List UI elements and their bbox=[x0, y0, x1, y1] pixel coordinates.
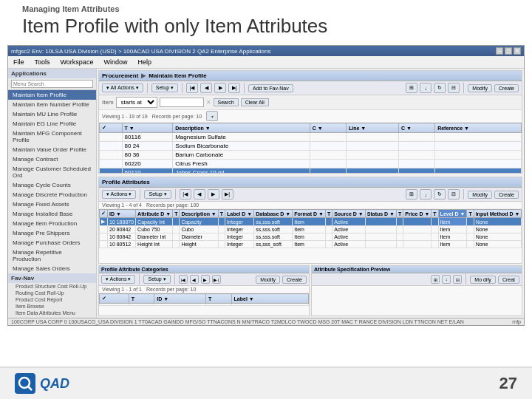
pcol-t5[interactable]: T bbox=[432, 210, 438, 218]
search-button[interactable]: Search bbox=[214, 98, 239, 106]
setup-button[interactable]: Setup ▾ bbox=[151, 83, 178, 92]
menu-help[interactable]: Help bbox=[135, 58, 154, 66]
nav-item-manage-cycle[interactable]: Manage Cycle Counts bbox=[8, 180, 96, 190]
cat-last-icon[interactable]: ▶| bbox=[212, 275, 221, 284]
table-row[interactable]: 80 36Barium Carbonate bbox=[100, 151, 522, 160]
pcol-id[interactable]: ID ▼ bbox=[108, 210, 136, 218]
cat-prev-icon[interactable]: ◀ bbox=[190, 275, 199, 284]
cat-t[interactable]: T bbox=[129, 294, 154, 304]
nav-fav-routing[interactable]: Routing Cost Roll-Up bbox=[8, 290, 96, 296]
profile-create-btn[interactable]: Create bbox=[494, 191, 519, 199]
spec-filter-icon[interactable]: ⊟ bbox=[453, 275, 462, 284]
profile-last-icon[interactable]: ▶| bbox=[222, 189, 233, 200]
col-item[interactable]: T ▼ bbox=[122, 123, 173, 133]
col-line[interactable]: Line ▼ bbox=[346, 123, 398, 133]
menu-tools[interactable]: Tools bbox=[33, 58, 52, 66]
nav-item-manage-item-prod[interactable]: Manage Item Production bbox=[8, 219, 96, 228]
cat-next-icon[interactable]: ▶ bbox=[201, 275, 210, 284]
pcol-source[interactable]: Source D ▼ bbox=[332, 210, 366, 218]
nav-item-manage-pre[interactable]: Manage Pre Shippers bbox=[8, 228, 96, 238]
minimize-button[interactable]: ─ bbox=[496, 47, 503, 55]
close-button[interactable]: ✕ bbox=[514, 47, 521, 55]
profile-actions-btn[interactable]: ▾ Actions ▾ bbox=[102, 190, 136, 199]
col-check[interactable]: ✓ bbox=[100, 123, 123, 133]
spec-columns-icon[interactable]: ⊞ bbox=[431, 275, 440, 284]
profile-export-icon[interactable]: ↓ bbox=[420, 189, 432, 200]
profile-refresh-icon[interactable]: ↻ bbox=[434, 189, 446, 200]
profile-filter-icon[interactable]: ⊟ bbox=[448, 189, 460, 200]
table-row[interactable]: 80116Magnesium Sulfate bbox=[100, 133, 522, 142]
cat-row[interactable] bbox=[100, 304, 309, 306]
pcol-db[interactable]: Database D ▼ bbox=[254, 210, 293, 218]
profile-prev-icon[interactable]: ◀ bbox=[194, 189, 205, 200]
pcol-t3[interactable]: T bbox=[325, 210, 332, 218]
nav-item-manage-sales[interactable]: Manage Sales Orders bbox=[8, 264, 96, 273]
pcol-status[interactable]: Status D ▼ bbox=[365, 210, 396, 218]
menu-file[interactable]: File bbox=[11, 58, 27, 66]
menu-workspace[interactable]: Workspace bbox=[58, 58, 96, 66]
refresh-icon[interactable]: ↻ bbox=[434, 83, 446, 93]
maximize-button[interactable]: □ bbox=[505, 47, 512, 55]
columns-icon[interactable]: ⊞ bbox=[406, 83, 417, 93]
create-button[interactable]: Create bbox=[494, 84, 519, 92]
profile-row-2[interactable]: 20 80842Cubo 750CuboIntegerss,sss.softIt… bbox=[100, 226, 522, 233]
cat-actions-btn[interactable]: ▾ Actions ▾ bbox=[101, 275, 135, 284]
pcol-label[interactable]: Label D ▼ bbox=[225, 210, 254, 218]
col-c2[interactable]: C ▼ bbox=[399, 123, 435, 133]
profile-modify-btn[interactable]: Modify bbox=[468, 191, 492, 199]
cat-label-col[interactable]: Label ▼ bbox=[231, 294, 308, 304]
search-operator[interactable]: starts at equals contains bbox=[116, 97, 157, 108]
nav-last-icon[interactable]: ▶| bbox=[228, 83, 240, 93]
filter-icon[interactable]: ⊟ bbox=[448, 83, 460, 93]
pcol-t2[interactable]: T bbox=[218, 210, 225, 218]
col-c[interactable]: C ▼ bbox=[310, 123, 346, 133]
cat-setup-btn[interactable]: Setup ▾ bbox=[143, 275, 170, 284]
add-fav-button[interactable]: Add to Fav-Nav bbox=[248, 84, 293, 92]
menu-search-input[interactable] bbox=[11, 80, 93, 88]
cat-create-btn[interactable]: Create bbox=[282, 276, 307, 284]
nav-item-manage-repetitive[interactable]: Manage Repetitive Production bbox=[8, 248, 96, 264]
export-icon[interactable]: ↓ bbox=[420, 83, 432, 93]
nav-item-manage-customer[interactable]: Manage Customer Scheduled Ord bbox=[8, 164, 96, 180]
table-row-selected[interactable]: 60110Johns Cross 10 ml bbox=[100, 168, 522, 174]
pcol-input[interactable]: Input Method D ▼ bbox=[474, 210, 522, 218]
table-row[interactable]: 80 24Sodium Bicarbonate bbox=[100, 142, 522, 151]
cat-first-icon[interactable]: |◀ bbox=[179, 275, 188, 284]
modify-button[interactable]: Modify bbox=[468, 84, 492, 92]
pcol-check[interactable]: ✓ bbox=[100, 210, 108, 218]
nav-item-manage-purchase[interactable]: Manage Purchase Orders bbox=[8, 238, 96, 248]
clear-x-icon[interactable]: ✕ bbox=[206, 99, 211, 106]
table-row[interactable]: 60220Citrus Fresh bbox=[100, 160, 522, 168]
nav-next-icon[interactable]: ▶ bbox=[214, 83, 226, 93]
pcol-price[interactable]: Price D ▼ bbox=[403, 210, 432, 218]
nav-item-manage-fixed[interactable]: Manage Fixed Assets bbox=[8, 200, 96, 209]
nav-fav-product-structure[interactable]: Product Structure Cost Roll-Up bbox=[8, 283, 96, 290]
cat-check[interactable]: ✓ bbox=[100, 294, 129, 304]
nav-item-manage-discrete[interactable]: Manage Discrete Production bbox=[8, 190, 96, 200]
nav-item-maintain-mu[interactable]: Maintain MU Line Profile bbox=[8, 109, 96, 119]
profile-row-4[interactable]: 10 80512Height IntHeightIntegerss,sss_so… bbox=[100, 241, 522, 248]
nav-item-maintain-value[interactable]: Maintain Value Order Profile bbox=[8, 145, 96, 154]
menu-window[interactable]: Window bbox=[101, 58, 129, 66]
nav-fav-item-browse[interactable]: Item Browse bbox=[8, 303, 96, 310]
profile-columns-icon[interactable]: ⊞ bbox=[406, 189, 417, 200]
pcol-attr[interactable]: Attribute D ▼ bbox=[136, 210, 173, 218]
spec-export-icon[interactable]: ↓ bbox=[442, 275, 451, 284]
profile-row-3[interactable]: 10 80842Diameter IntDiameterIntegerss,ss… bbox=[100, 233, 522, 241]
cat-modify-btn[interactable]: Modify bbox=[256, 276, 280, 284]
col-description[interactable]: Description ▼ bbox=[173, 123, 310, 133]
nav-item-manage-contract[interactable]: Manage Contract bbox=[8, 154, 96, 164]
nav-fav-item-data[interactable]: Item Data Attributes Menu bbox=[8, 310, 96, 316]
cat-id-col[interactable]: ID ▼ bbox=[154, 294, 206, 304]
nav-item-manage-installed[interactable]: Manage Installed Base bbox=[8, 209, 96, 219]
nav-item-maintain-item-number[interactable]: Maintain Item Number Profile bbox=[8, 100, 96, 109]
profile-next-icon[interactable]: ▶ bbox=[208, 189, 219, 200]
profile-setup-btn[interactable]: Setup ▾ bbox=[144, 190, 171, 199]
spec-create-btn[interactable]: Creat bbox=[498, 276, 519, 284]
profile-row-1[interactable]: ▶10 188870Capacity IntCapacityIntegerss,… bbox=[100, 218, 522, 226]
spec-modify-btn[interactable]: Mo dify bbox=[470, 276, 496, 284]
pcol-t[interactable]: T bbox=[173, 210, 180, 218]
nav-fav-product-cost[interactable]: Product Cost Report bbox=[8, 296, 96, 303]
col-reference[interactable]: Reference ▼ bbox=[435, 123, 522, 133]
nav-prev-icon[interactable]: ◀ bbox=[200, 83, 212, 93]
